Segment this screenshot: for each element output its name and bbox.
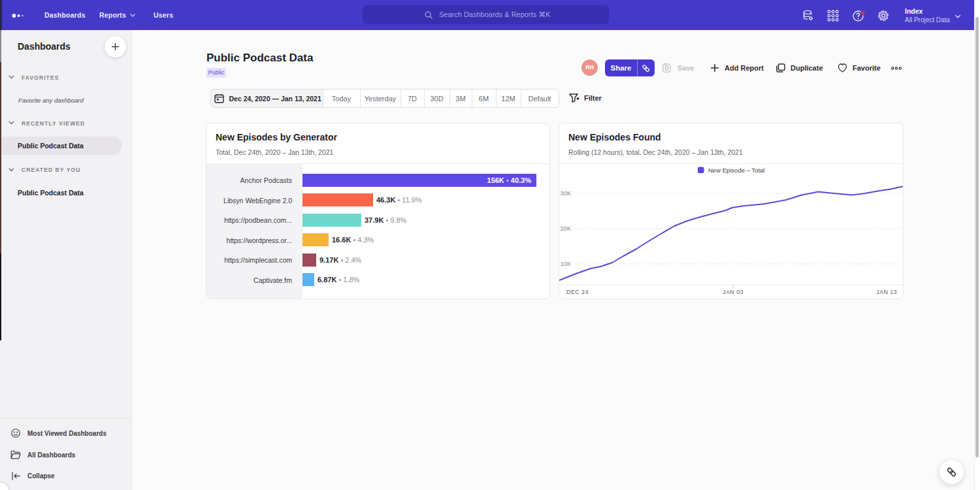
- svg-text:20K: 20K: [561, 225, 572, 232]
- svg-text:30K: 30K: [561, 189, 572, 197]
- svg-text:JAN 13: JAN 13: [876, 289, 897, 295]
- svg-text:DEC 24: DEC 24: [566, 289, 589, 295]
- svg-text:New Episode – Total: New Episode – Total: [708, 167, 764, 174]
- svg-text:JAN 03: JAN 03: [723, 289, 743, 295]
- svg-text:10K: 10K: [561, 260, 572, 267]
